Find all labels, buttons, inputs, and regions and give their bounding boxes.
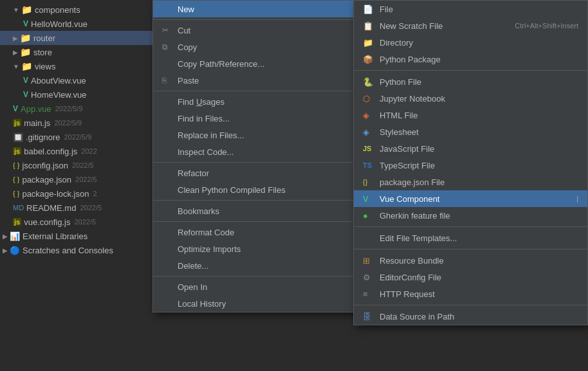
tree-item-label: router <box>33 33 55 43</box>
file-date: 2022/5 <box>72 161 94 169</box>
submenu-item-http-request[interactable]: ≡ HTTP Request <box>354 285 587 302</box>
vue-icon: V <box>23 76 28 85</box>
file-date: 2022/5 <box>80 204 102 212</box>
tree-item-gitignore[interactable]: 🔲 .gitignore 2022/5/9 <box>0 130 154 144</box>
tree-item-scratches[interactable]: ▶ 🔵 Scratches and Consoles <box>0 243 154 257</box>
tree-item-label: vue.config.js <box>24 217 70 227</box>
folder-icon: 📁 <box>20 47 31 57</box>
file-date: 2 <box>93 190 96 197</box>
file-date: 2022/5/9 <box>64 133 91 141</box>
shortcut-label: Ctrl+Alt+Shift+Insert <box>515 22 578 30</box>
submenu-item-label: Python Package <box>380 55 578 64</box>
ext-icon: 📊 <box>10 231 20 241</box>
tree-item-label: .gitignore <box>26 132 60 142</box>
tree-item-readme[interactable]: MD README.md 2022/5 <box>0 201 154 215</box>
css-icon: ◈ <box>363 127 376 137</box>
file-date: 2022/5 <box>75 176 97 183</box>
gherkin-icon: ● <box>363 211 376 221</box>
submenu-item-label: Directory <box>380 38 578 48</box>
submenu-item-html[interactable]: ◈ HTML File <box>354 107 587 123</box>
tree-item-babel[interactable]: js babel.config.js 2022 <box>0 144 154 158</box>
tree-item-label: views <box>35 62 56 71</box>
paste-icon: ⎘ <box>162 76 174 85</box>
submenu-item-editorconfig[interactable]: ⚙ EditorConfig File <box>354 269 587 285</box>
submenu-item-label: EditorConfig File <box>380 273 578 282</box>
js-icon: js <box>13 147 21 155</box>
submenu-item-label: Edit File Templates... <box>380 233 578 243</box>
submenu-item-label: Gherkin feature file <box>380 211 578 221</box>
submenu-item-stylesheet[interactable]: ◈ Stylesheet <box>354 123 587 140</box>
py-icon: 🐍 <box>363 77 376 87</box>
submenu-item-file[interactable]: 📄 File <box>354 1 587 17</box>
expand-arrow: ▶ <box>3 247 8 254</box>
folder-icon: 📁 <box>21 5 32 15</box>
tree-item-appvue[interactable]: V App.vue 2022/5/9 <box>0 102 154 116</box>
submenu-item-label: Python File <box>380 77 578 87</box>
json-icon: { } <box>13 190 19 197</box>
editorconfig-icon: ⚙ <box>363 273 376 282</box>
submenu-item-js-file[interactable]: JS JavaScript File <box>354 140 587 157</box>
tree-item-store[interactable]: ▶ 📁 store <box>0 45 154 59</box>
tree-item-packagelockjson[interactable]: { } package-lock.json 2 <box>0 186 154 201</box>
new-submenu: 📄 File 📋 New Scratch File Ctrl+Alt+Shift… <box>353 0 588 325</box>
tree-item-label: App.vue <box>21 104 51 114</box>
submenu-item-gherkin[interactable]: ● Gherkin feature file <box>354 207 587 224</box>
tree-item-label: babel.config.js <box>24 147 77 156</box>
http-icon: ≡ <box>363 289 376 299</box>
tree-item-homeview[interactable]: V HomeView.vue <box>0 87 154 102</box>
submenu-item-label: Resource Bundle <box>380 256 578 266</box>
submenu-item-python-package[interactable]: 📦 Python Package <box>354 51 587 68</box>
submenu-item-label: package.json File <box>380 177 578 187</box>
vue-icon: V <box>23 19 28 28</box>
submenu-item-new-scratch[interactable]: 📋 New Scratch File Ctrl+Alt+Shift+Insert <box>354 17 587 34</box>
folder-icon: 📁 <box>20 33 31 43</box>
submenu-item-package-json[interactable]: {} package.json File <box>354 174 587 190</box>
js-icon: JS <box>363 145 376 152</box>
html-icon: ◈ <box>363 111 376 120</box>
file-icon: 📄 <box>363 5 376 14</box>
file-date: 2022/5/9 <box>54 119 82 127</box>
expand-arrow: ▼ <box>13 63 19 70</box>
tree-item-vueconfig[interactable]: js vue.config.js 2022/5 <box>0 215 154 229</box>
tree-item-mainjs[interactable]: js main.js 2022/5/9 <box>0 116 154 130</box>
copy-icon: ⧉ <box>162 42 174 51</box>
submenu-divider <box>354 305 587 305</box>
tree-item-components[interactable]: ▼ 📁 components <box>0 3 154 17</box>
expand-arrow: ▶ <box>13 35 18 42</box>
md-icon: MD <box>13 204 24 212</box>
tree-item-jsconfig[interactable]: { } jsconfig.json 2022/5 <box>0 158 154 172</box>
scratch-icon: 📋 <box>363 21 376 31</box>
tree-item-label: Scratches and Consoles <box>23 246 113 255</box>
resource-icon: ⊞ <box>363 256 376 266</box>
submenu-item-label: Jupyter Notebook <box>380 94 578 104</box>
tree-item-label: HomeView.vue <box>31 90 86 100</box>
submenu-item-label: Data Source in Path <box>380 312 578 321</box>
submenu-item-resource-bundle[interactable]: ⊞ Resource Bundle <box>354 252 587 269</box>
submenu-item-jupyter[interactable]: ⬡ Jupyter Notebook <box>354 90 587 107</box>
tree-item-views[interactable]: ▼ 📁 views <box>0 59 154 73</box>
js-icon: js <box>13 218 21 226</box>
dir-icon: 📁 <box>363 38 376 48</box>
expand-arrow: ▶ <box>13 49 18 56</box>
tree-item-label: store <box>33 48 52 57</box>
file-date: 2022/5/9 <box>55 105 83 113</box>
tree-item-label: README.md <box>26 203 76 213</box>
submenu-item-edit-templates[interactable]: Edit File Templates... <box>354 230 587 246</box>
submenu-item-ts-file[interactable]: TS TypeScript File <box>354 157 587 174</box>
tree-item-router[interactable]: ▶ 📁 router <box>0 31 154 45</box>
tree-item-label: AboutView.vue <box>31 76 86 86</box>
js-icon: js <box>13 119 21 127</box>
tree-item-helloworld[interactable]: V HelloWorld.vue <box>0 17 154 31</box>
file-date: 2022/5 <box>74 218 96 226</box>
submenu-item-datasource[interactable]: 🗄 Data Source in Path <box>354 308 587 325</box>
tree-item-external-libs[interactable]: ▶ 📊 External Libraries <box>0 229 154 243</box>
tree-item-aboutview[interactable]: V AboutView.vue <box>0 73 154 87</box>
pypkg-icon: 📦 <box>363 55 376 64</box>
submenu-item-vue-component[interactable]: V Vue Component | <box>354 190 587 207</box>
expand-arrow: ▶ <box>3 233 8 240</box>
tree-item-packagejson[interactable]: { } package.json 2022/5 <box>0 172 154 186</box>
submenu-item-directory[interactable]: 📁 Directory <box>354 34 587 51</box>
submenu-item-python-file[interactable]: 🐍 Python File <box>354 73 587 90</box>
cursor-indicator: | <box>576 195 578 203</box>
pkgjson-icon: {} <box>363 178 376 186</box>
